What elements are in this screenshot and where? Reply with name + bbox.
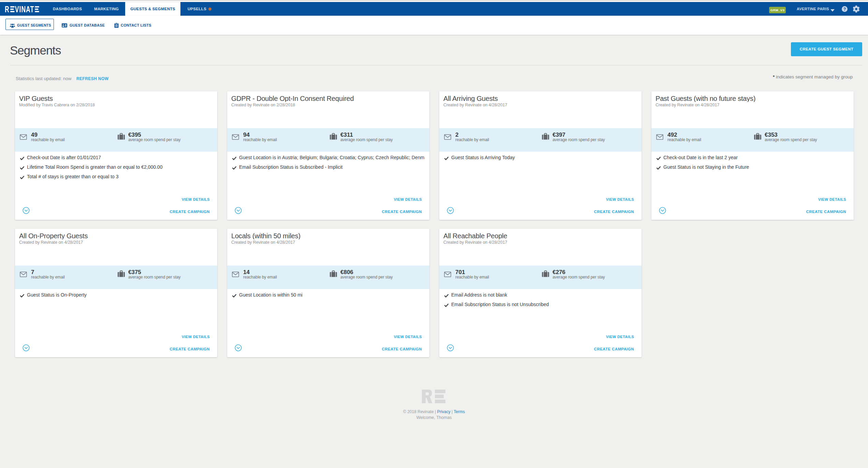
svg-text:?: ?	[843, 7, 846, 12]
